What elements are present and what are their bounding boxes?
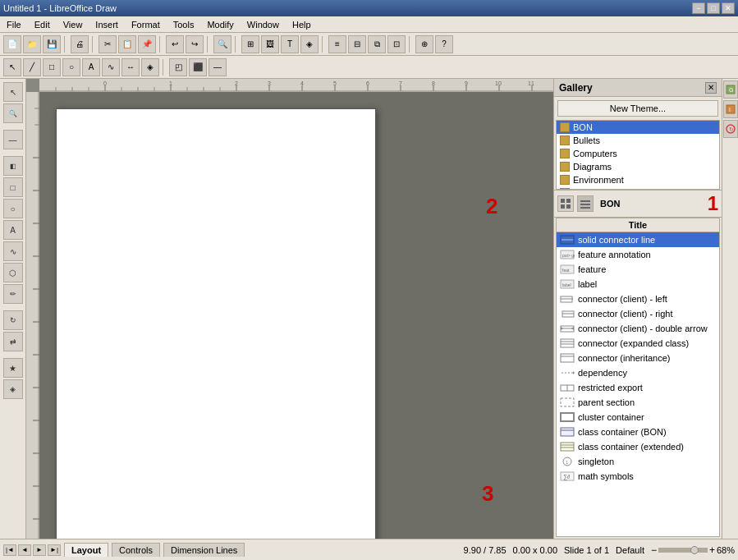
sidebar-btn-2[interactable]: I [723,100,738,118]
menu-format[interactable]: Format [128,18,163,31]
gallery-item-5[interactable]: connector (client) - right [557,306,719,321]
draw-line-color[interactable]: — [209,58,227,76]
gallery-item-1[interactable]: put> get> feature annotation [557,247,719,262]
tool-rotate[interactable]: ↻ [3,310,23,330]
distribute-button[interactable]: ⊟ [348,35,366,53]
draw-line[interactable]: ╱ [23,58,41,76]
drawing-page[interactable] [56,108,376,539]
tool-ellipse[interactable]: ○ [3,199,23,218]
canvas-area[interactable] [39,92,553,539]
tab-controls[interactable]: Controls [112,543,160,557]
nav-first[interactable]: |◄ [3,544,16,556]
snap-button[interactable]: ⊕ [415,35,433,53]
tool-separator3 [3,305,23,309]
zoom-out-button[interactable]: − [651,544,657,556]
gallery-item-6[interactable]: connector (client) - double arrow [557,321,719,336]
sidebar-btn-1[interactable]: G [723,80,738,99]
gallery-icon-view-button[interactable] [557,195,574,212]
tab-dimension-lines[interactable]: Dimension Lines [163,543,245,557]
gallery-item-12[interactable]: cluster container [557,410,719,425]
tool-flip[interactable]: ⇄ [3,332,23,351]
draw-curve[interactable]: ∿ [102,58,120,76]
nav-prev[interactable]: ◄ [18,544,31,556]
gallery-item-2[interactable]: feat feature [557,262,719,277]
tool-polygon[interactable]: ⬡ [3,263,23,282]
tool-shapes[interactable]: ◧ [3,156,23,176]
gallery-close-button[interactable]: ✕ [705,82,717,94]
draw-text[interactable]: A [82,58,100,76]
insert-text-button[interactable]: T [281,35,299,53]
arrange-button[interactable]: ⧉ [368,35,386,53]
menu-tools[interactable]: Tools [170,18,198,31]
theme-item-bullets[interactable]: Bullets [557,134,719,147]
tool-rect[interactable]: □ [3,177,23,197]
gallery-item-8[interactable]: connector (inheritance) [557,351,719,365]
gallery-item-4[interactable]: connector (client) - left [557,291,719,306]
tool-star[interactable]: ★ [3,358,23,378]
draw-shadow[interactable]: ◰ [169,58,187,76]
tab-layout[interactable]: Layout [64,543,108,557]
gallery-item-0[interactable]: solid connector line [557,232,719,247]
gallery-item-11[interactable]: parent section [557,395,719,410]
theme-item-environment[interactable]: Environment [557,173,719,186]
close-button[interactable]: ✕ [722,2,735,14]
menu-help[interactable]: Help [289,18,314,31]
zoom-button[interactable]: 🔍 [213,35,231,53]
gallery-list-view-button[interactable] [577,195,594,212]
tool-text[interactable]: A [3,220,23,240]
theme-item-bon[interactable]: BON [557,121,719,134]
paste-button[interactable]: 📌 [138,35,156,53]
gallery-item-16[interactable]: ∑∂ math symbols [557,469,719,484]
draw-fill[interactable]: ⬛ [189,58,207,76]
tool-zoom[interactable]: 🔍 [3,103,23,123]
gallery-item-15[interactable]: 1 singleton [557,454,719,469]
menu-modify[interactable]: Modify [204,18,236,31]
redo-button[interactable]: ↪ [186,35,204,53]
theme-item-computers[interactable]: Computers [557,147,719,160]
print-button[interactable]: 🖨 [71,35,89,53]
sidebar-btn-3[interactable]: ↻ [723,120,738,138]
menu-window[interactable]: Window [244,18,282,31]
help-button-tb[interactable]: ? [435,35,453,53]
draw-ellipse[interactable]: ○ [62,58,80,76]
group-button[interactable]: ⊡ [387,35,406,53]
menu-view[interactable]: View [60,18,86,31]
gallery-item-3[interactable]: label label [557,277,719,291]
undo-button[interactable]: ↩ [166,35,184,53]
menu-file[interactable]: File [3,18,25,31]
theme-item-diagrams[interactable]: Diagrams [557,160,719,173]
draw-connector[interactable]: ↔ [121,58,140,76]
tool-3d[interactable]: ◈ [3,379,23,399]
nav-next[interactable]: ► [33,544,46,556]
menu-insert[interactable]: Insert [92,18,121,31]
draw-3d[interactable]: ◈ [141,58,159,76]
save-button[interactable]: 💾 [43,35,61,53]
align-button[interactable]: ≡ [328,35,346,53]
menu-edit[interactable]: Edit [31,18,53,31]
insert-table-button[interactable]: ⊞ [241,35,259,53]
gallery-content-list[interactable]: Title solid connector line put> get> fea… [556,218,720,537]
insert-image-button[interactable]: 🖼 [261,35,279,53]
tool-line[interactable]: — [3,130,23,149]
zoom-slider[interactable] [658,548,708,553]
tool-arrow[interactable]: ↖ [3,82,23,102]
cut-button[interactable]: ✂ [99,35,117,53]
gallery-item-13[interactable]: class container (BON) [557,425,719,439]
new-button[interactable]: 📄 [3,35,21,53]
draw-select[interactable]: ↖ [3,58,21,76]
open-button[interactable]: 📁 [23,35,41,53]
insert-object-button[interactable]: ◈ [300,35,319,53]
draw-rect[interactable]: □ [43,58,61,76]
gallery-item-7[interactable]: connector (expanded class) [557,336,719,351]
new-theme-button[interactable]: New Theme... [557,100,718,117]
minimize-button[interactable]: − [692,2,705,14]
gallery-item-9[interactable]: dependency [557,365,719,380]
tool-freeline[interactable]: ✏ [3,284,23,304]
nav-last[interactable]: ►| [48,544,61,556]
maximize-button[interactable]: □ [707,2,720,14]
copy-button[interactable]: 📋 [118,35,136,53]
zoom-in-button[interactable]: + [709,544,715,556]
gallery-item-14[interactable]: class container (extended) [557,439,719,454]
gallery-item-10[interactable]: restricted export [557,380,719,395]
tool-curve[interactable]: ∿ [3,241,23,261]
